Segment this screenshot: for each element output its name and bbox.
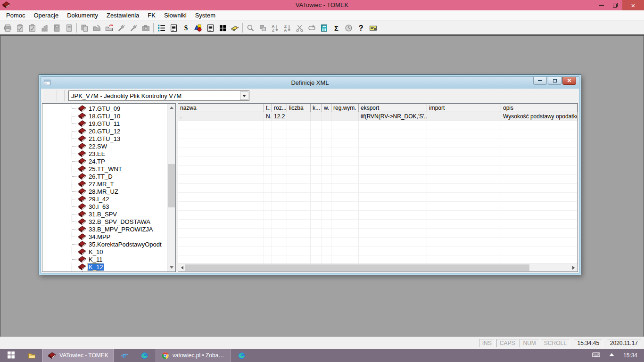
menu-item-system[interactable]: System (191, 10, 220, 20)
table-row[interactable] (178, 211, 578, 220)
cell-liczba (287, 121, 311, 130)
taskbar-edge-icon[interactable] (232, 349, 252, 362)
dialog-maximize-button[interactable] (548, 77, 561, 85)
cell-eksport (359, 184, 427, 193)
menu-item-dokumenty[interactable]: Dokumenty (63, 10, 102, 20)
menu-item-operacje[interactable]: Operacje (29, 10, 63, 20)
table-row[interactable] (178, 202, 578, 211)
tray-clock[interactable]: 15:34 (623, 352, 637, 359)
tree-item[interactable]: 26.TT_D (42, 173, 167, 180)
close-button[interactable]: × (622, 0, 644, 10)
table-row[interactable] (178, 229, 578, 238)
tree-item[interactable]: 21.GTU_13 (42, 135, 167, 142)
tree-item[interactable]: 17.GTU_09 (42, 105, 167, 112)
tree-item[interactable]: 20.GTU_12 (42, 127, 167, 135)
restore-button[interactable] (608, 0, 622, 10)
tree-item[interactable]: K_10 (42, 248, 167, 255)
tree-item[interactable]: 25.TT_WNT (42, 165, 167, 173)
column-header-liczba[interactable]: liczba (287, 104, 311, 112)
tree-item[interactable]: 22.SW (42, 142, 167, 150)
scroll-right-button[interactable] (570, 264, 578, 272)
table-hscrollbar[interactable] (178, 263, 578, 272)
tree-item[interactable]: K_11 (42, 255, 167, 263)
menu-item-fk[interactable]: FK (143, 10, 160, 20)
tree-item[interactable]: 24.TP (42, 157, 167, 165)
dollar-icon[interactable]: $ (180, 22, 192, 33)
mail-card-icon[interactable] (367, 22, 379, 33)
scroll-left-button[interactable] (178, 264, 186, 272)
folder-open-icon[interactable] (103, 22, 115, 33)
table-row[interactable] (178, 139, 578, 148)
tree-item[interactable]: 31.B_SPV (42, 210, 167, 218)
table-row[interactable] (178, 255, 578, 263)
start-button[interactable] (0, 349, 22, 362)
squares-icon[interactable] (216, 22, 229, 33)
tree-item[interactable]: 18.GTU_10 (42, 112, 167, 120)
column-header-w[interactable]: w. (322, 104, 331, 112)
column-header-t[interactable]: t.. (264, 104, 272, 112)
column-header-eksport[interactable]: eksport (359, 104, 427, 112)
table-row[interactable] (178, 238, 578, 247)
keyboard-tray-icon[interactable] (592, 351, 600, 360)
scrollbar-thumb[interactable] (168, 164, 175, 207)
combobox-dropdown-button[interactable] (240, 91, 248, 100)
taskbar-ie-icon[interactable]: e (115, 349, 135, 362)
tree-item[interactable]: 35.KorektaPodstawyOpodt (42, 240, 167, 248)
tree-item[interactable]: 27.MR_T (42, 180, 167, 188)
tree-item[interactable]: 28.MR_UZ (42, 188, 167, 195)
dialog-minimize-button[interactable] (533, 77, 547, 85)
tree-item[interactable]: 29.I_42 (42, 195, 167, 203)
tree-item[interactable]: 33.B_MPV_PROWIZJA (42, 225, 167, 233)
tree-scrollbar[interactable] (167, 104, 175, 272)
app-titlebar[interactable]: VATowiec - TOMEK × (0, 0, 644, 10)
menu-item-pomoc[interactable]: Pomoc (2, 10, 29, 20)
table-row[interactable] (178, 247, 578, 255)
tree-item[interactable]: K_12 (42, 263, 167, 271)
menu-item-słowniki[interactable]: Słowniki (160, 10, 191, 20)
shapes-icon[interactable] (192, 22, 204, 33)
table-row[interactable] (178, 148, 578, 157)
tree-item[interactable]: 34.MPP (42, 233, 167, 240)
table-row[interactable] (178, 121, 578, 130)
table-row[interactable] (178, 175, 578, 184)
doc-lines-icon[interactable] (167, 22, 180, 33)
schema-combobox[interactable]: JPK_V7M - Jednolity Plik Kontrolny V7M (68, 90, 249, 101)
tree-item[interactable]: 23.EE (42, 150, 167, 157)
question-icon[interactable]: ? (355, 22, 367, 33)
tree-item[interactable]: K_13 (42, 271, 167, 272)
tree-item[interactable]: 32.B_SPV_DOSTAWA (42, 218, 167, 225)
taskbar-edge-icon[interactable] (135, 349, 155, 362)
table-row[interactable] (178, 157, 578, 166)
table-row[interactable] (178, 193, 578, 202)
tree-item[interactable]: 19.GTU_11 (42, 120, 167, 127)
tree-item[interactable]: 30.I_63 (42, 203, 167, 210)
column-header-k[interactable]: k... (311, 104, 322, 112)
tray-overflow-button[interactable] (608, 351, 616, 360)
menu-item-zestawienia[interactable]: Zestawienia (102, 10, 143, 20)
column-header-regwym[interactable]: reg.wym. (331, 104, 359, 112)
dialog-titlebar[interactable]: Definicje XML ✕ (41, 77, 579, 89)
scrollbar-thumb[interactable] (185, 264, 529, 271)
table-row[interactable] (178, 220, 578, 229)
column-header-nazwa[interactable]: nazwa (178, 104, 264, 112)
taskbar-button[interactable]: VATowiec - TOMEK (42, 349, 114, 362)
table-row-current[interactable]: .N.12.2iif(RVN(RV->NR_DOK,'S',...Wysokoś… (178, 112, 578, 121)
table-row[interactable] (178, 130, 578, 139)
sigma-icon[interactable]: Σ (330, 22, 342, 33)
scroll-down-button[interactable] (167, 264, 176, 272)
taskbar-button[interactable]: vatowiec.pl • Zobacz... (156, 349, 231, 362)
column-header-opis[interactable]: opis (501, 104, 578, 112)
table-row[interactable] (178, 166, 578, 175)
tree-item-label: 21.GTU_13 (88, 135, 121, 142)
minimize-button[interactable] (594, 0, 608, 10)
doc-lines-icon[interactable] (204, 22, 216, 33)
wallet-icon[interactable] (229, 22, 241, 33)
taskbar-explorer-icon[interactable] (22, 349, 41, 362)
column-header-roz[interactable]: roz... (272, 104, 287, 112)
scroll-up-button[interactable] (167, 104, 176, 111)
calculator-icon[interactable] (318, 22, 330, 33)
dialog-close-button[interactable]: ✕ (562, 77, 576, 85)
table-row[interactable] (178, 184, 578, 193)
column-header-import[interactable]: import (427, 104, 501, 112)
list-bullets-icon[interactable] (155, 22, 167, 33)
